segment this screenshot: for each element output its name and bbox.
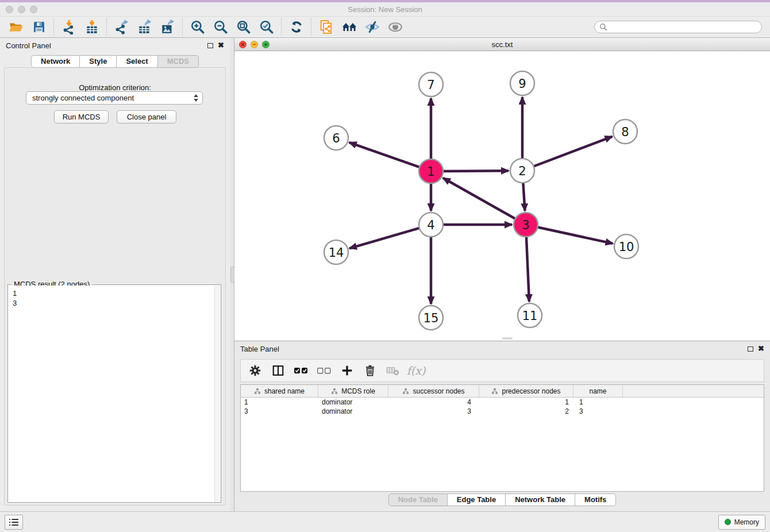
graph-edge-4-14[interactable] [349, 228, 421, 248]
network-canvas[interactable]: 7968124314101511 [234, 51, 770, 341]
function-builder-button[interactable]: f(x) [407, 362, 425, 379]
delete-table-button[interactable] [384, 362, 402, 379]
open-session-button[interactable] [5, 18, 28, 36]
network-minimize-button[interactable] [251, 41, 258, 48]
close-panel-button[interactable]: Close panel [117, 110, 176, 124]
trash-icon [364, 364, 376, 377]
table-cell[interactable]: 3 [241, 407, 318, 416]
network-close-button[interactable] [239, 41, 247, 48]
network-zoom-button[interactable] [262, 41, 270, 48]
new-network-from-selection-button[interactable] [315, 18, 338, 36]
run-mcds-button[interactable]: Run MCDS [54, 110, 109, 124]
save-session-button[interactable] [28, 18, 51, 36]
zoom-out-icon [213, 20, 228, 34]
column-header-predecessor-nodes[interactable]: predecessor nodes [479, 385, 573, 397]
zoom-fit-button[interactable] [232, 18, 255, 36]
table-cell[interactable]: 3 [573, 407, 623, 416]
graph-node-label-11: 11 [522, 309, 538, 323]
memory-button[interactable]: Memory [718, 515, 765, 530]
table-header-row: shared nameMCDS rolesuccessor nodesprede… [241, 385, 764, 398]
float-panel-icon[interactable] [207, 43, 213, 48]
open-folder-icon [9, 20, 24, 34]
column-label: shared name [264, 387, 305, 395]
table-row[interactable]: 3dominator323 [241, 407, 764, 416]
tab-edge-table[interactable]: Edge Table [448, 494, 506, 506]
mcds-result-groupbox: MCDS result (2 nodes) 13 [7, 284, 221, 503]
table-cell[interactable]: 1 [573, 398, 623, 407]
tab-mcds[interactable]: MCDS [158, 55, 199, 68]
deselect-all-button[interactable] [315, 362, 333, 379]
sort-hierarchy-icon [254, 388, 261, 395]
node-table[interactable]: shared nameMCDS rolesuccessor nodesprede… [240, 384, 764, 492]
table-cell[interactable]: 1 [479, 398, 573, 407]
criterion-select[interactable]: strongly connected component [26, 91, 203, 105]
zoom-selected-button[interactable] [255, 18, 278, 36]
criterion-value: strongly connected component [32, 94, 134, 102]
panel-divider[interactable] [230, 38, 234, 511]
delete-column-button[interactable] [361, 362, 379, 379]
network-hscrollbar[interactable] [502, 337, 513, 340]
zoom-in-button[interactable] [186, 18, 209, 36]
mcds-result-textarea[interactable]: 13 [9, 286, 220, 502]
column-header-successor-nodes[interactable]: successor nodes [388, 385, 479, 397]
tab-style[interactable]: Style [80, 55, 117, 68]
gear-icon [249, 364, 261, 377]
export-image-button[interactable] [156, 18, 179, 36]
float-table-panel-icon[interactable] [748, 346, 753, 352]
search-input[interactable] [610, 22, 757, 32]
close-window-button[interactable] [6, 6, 13, 13]
sort-hierarchy-icon [331, 388, 338, 395]
tab-motifs[interactable]: Motifs [575, 494, 616, 506]
graph-edge-2-8[interactable] [533, 137, 613, 167]
graph-edge-2-3[interactable] [523, 182, 525, 211]
export-image-icon [160, 20, 175, 34]
export-table-button[interactable] [133, 18, 156, 36]
import-network-button[interactable] [57, 18, 80, 36]
tab-network[interactable]: Network [31, 55, 80, 68]
table-cell[interactable]: 3 [388, 407, 479, 416]
first-neighbors-button[interactable] [338, 18, 361, 36]
column-header-shared-name[interactable]: shared name [241, 385, 318, 397]
zoom-window-button[interactable] [30, 6, 37, 13]
graph-node-label-8: 8 [621, 125, 629, 139]
table-cell[interactable]: 1 [241, 398, 318, 407]
save-floppy-icon [32, 20, 46, 34]
result-scrollbar[interactable] [214, 286, 220, 502]
graph-node-label-14: 14 [329, 246, 344, 260]
column-header-MCDS-role[interactable]: MCDS role [318, 385, 388, 397]
divider-handle[interactable] [230, 267, 234, 283]
close-panel-icon[interactable]: ✖ [218, 43, 224, 48]
refresh-network-button[interactable] [285, 18, 308, 36]
tab-node-table[interactable]: Node Table [388, 494, 448, 506]
graph-edge-3-11[interactable] [526, 236, 529, 302]
table-row[interactable]: 1dominator411 [241, 398, 764, 407]
plus-icon [341, 364, 353, 377]
select-all-button[interactable] [292, 362, 310, 379]
graph-edge-1-6[interactable] [349, 142, 421, 168]
table-cell[interactable]: 2 [479, 407, 573, 416]
column-header-name[interactable]: name [573, 385, 623, 397]
tab-select[interactable]: Select [117, 55, 157, 68]
graph-edge-3-1[interactable] [443, 178, 517, 219]
table-options-button[interactable] [247, 362, 264, 379]
hide-selected-button[interactable] [361, 18, 384, 36]
export-network-button[interactable] [110, 18, 133, 36]
tab-network-table[interactable]: Network Table [506, 494, 575, 506]
show-all-button[interactable] [384, 18, 407, 36]
close-table-panel-icon[interactable]: ✖ [758, 346, 764, 352]
graph-edge-1-2[interactable] [442, 171, 509, 171]
network-view-window: scc.txt 7968124314101511 [234, 38, 770, 341]
import-network-icon [61, 20, 76, 34]
zoom-out-button[interactable] [209, 18, 232, 36]
graph-node-label-1: 1 [427, 165, 434, 179]
minimize-window-button[interactable] [18, 6, 25, 13]
import-table-button[interactable] [80, 18, 103, 36]
graph-edge-3-10[interactable] [537, 227, 613, 244]
table-cell[interactable]: dominator [318, 398, 388, 407]
toggle-columns-button[interactable] [270, 362, 287, 379]
table-cell[interactable]: dominator [318, 407, 388, 416]
table-cell[interactable]: 4 [388, 398, 479, 407]
add-column-button[interactable] [338, 362, 356, 379]
task-history-button[interactable] [5, 515, 23, 530]
search-field[interactable] [594, 21, 762, 33]
